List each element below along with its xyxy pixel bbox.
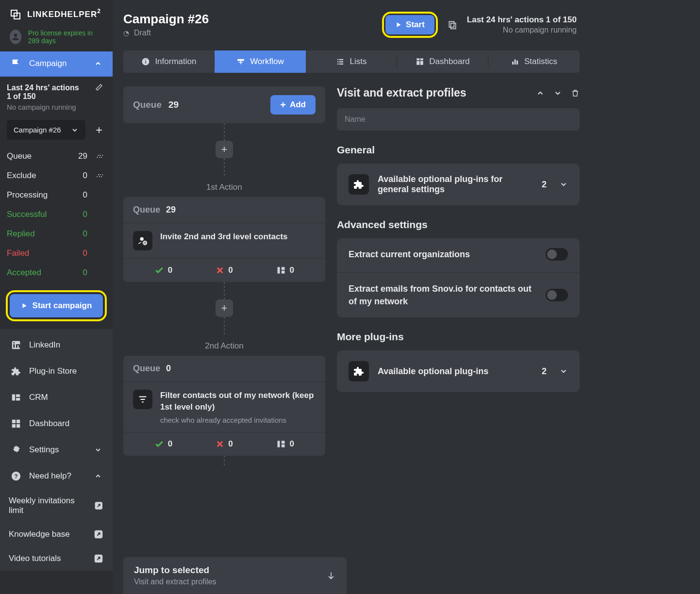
copy-icon[interactable] [448,20,457,30]
name-input[interactable] [337,108,580,131]
puzzle-icon [349,361,369,381]
queue-value: 29 [168,99,179,110]
nav-crm[interactable]: CRM [0,384,113,411]
nav-help[interactable]: ?Need help? [0,463,113,489]
chevron-up-icon[interactable] [536,89,545,98]
svg-rect-24 [238,60,244,61]
action1-queue-label: Queue [133,205,160,215]
main-header: Campaign #26 ◔ Draft Start Last 24 hrs' … [113,0,590,42]
svg-rect-27 [337,61,338,62]
chevron-down-icon[interactable] [553,89,562,98]
plugin-general[interactable]: Available optional plug-ins for general … [337,164,580,205]
secondary-nav: LinkedInPlug-in StoreCRMDashboardSetting… [0,329,113,571]
action1-failed: 0 [194,265,254,275]
tab-label: Statistics [524,57,557,66]
nav-linkedin[interactable]: LinkedIn [0,332,113,358]
avatar-icon[interactable] [10,30,21,44]
external-link-icon [93,553,104,564]
svg-rect-6 [12,395,15,401]
add-campaign-button[interactable]: + [92,123,106,137]
svg-rect-19 [449,21,454,27]
jump-card[interactable]: Jump to selected Visit and extract profi… [123,557,347,594]
advanced-toggles: Extract current organizations Extract em… [337,238,580,317]
add-step-button-2[interactable]: + [216,299,233,317]
stat-value: 0 [74,190,87,200]
action1-success: 0 [133,265,194,275]
plugin-more-count: 2 [542,366,547,377]
tab-icon [511,57,519,66]
brand-icon [10,9,21,20]
person-plus-icon [133,231,152,250]
nav-puzzle[interactable]: Plug-in Store [0,358,113,384]
stat-row[interactable]: Accepted0 [0,263,113,282]
external-link-icon [93,529,104,540]
action2-success: 0 [133,439,194,449]
details-title: Visit and extract profiles [337,86,467,99]
help-item[interactable]: Knowledge base [0,522,113,546]
svg-rect-37 [517,61,518,65]
plugin-general-count: 2 [542,180,547,190]
action2-card[interactable]: Queue 0 Filter contacts out of my networ… [123,356,325,456]
tab-label: Workflow [250,57,284,66]
help-label: Video tutorials [9,554,61,563]
plugin-more[interactable]: Available optional plug-ins 2 [337,350,580,392]
svg-rect-23 [146,60,147,61]
stat-row[interactable]: Processing0 [0,185,113,205]
chevron-up-icon [94,472,102,480]
help-item[interactable]: Weekly invitations limit [0,489,113,522]
start-campaign-button[interactable]: Start campaign [10,294,103,317]
license-text: Pro license expires in 289 days [28,29,103,45]
nav-dashboard[interactable]: Dashboard [0,411,113,437]
sidebar: LINKEDHELPER2 Pro license expires in 289… [0,0,113,594]
crm-icon [11,392,21,403]
tab-workflow[interactable]: Workflow [215,50,306,73]
action2-title: Filter contacts out of my network (keep … [160,390,316,413]
edit-icon[interactable] [95,83,103,91]
trash-icon[interactable] [571,89,580,98]
stat-row[interactable]: Exclude0∴∵ [0,166,113,185]
stat-value: 0 [74,229,87,239]
toggle-snov-switch[interactable] [546,289,568,301]
campaign-select[interactable]: Campaign #26 [7,120,85,140]
add-button[interactable]: + Add [270,95,316,115]
stat-label: Successful [7,210,74,219]
toggle-extract-orgs-switch[interactable] [546,248,568,261]
svg-rect-10 [17,420,20,423]
svg-rect-30 [339,64,343,65]
tab-lists[interactable]: Lists [306,50,397,73]
nav-campaign[interactable]: Campaign [0,51,113,77]
action1-card[interactable]: Queue 29 Invite 2nd and 3rd level contac… [123,197,325,282]
svg-rect-45 [281,444,284,447]
start-button[interactable]: Start [385,15,434,34]
svg-rect-32 [420,58,423,60]
help-item[interactable]: Video tutorials [0,546,113,571]
details-header: Visit and extract profiles [337,86,580,99]
stat-row[interactable]: Successful0 [0,205,113,224]
campaign-select-label: Campaign #26 [14,126,61,134]
svg-rect-35 [512,62,514,65]
tab-dashboard[interactable]: Dashboard [397,50,488,73]
svg-rect-25 [337,59,338,60]
jump-sub: Visit and extract profiles [134,578,217,586]
svg-rect-40 [277,267,280,273]
add-step-button[interactable]: + [216,141,233,158]
stat-row[interactable]: Replied0 [0,224,113,244]
dots-icon[interactable]: ∴∵ [93,153,106,160]
action2-queue-label: Queue [133,363,160,374]
stat-row[interactable]: Failed0 [0,244,113,263]
tab-information[interactable]: Information [123,50,215,73]
svg-rect-7 [16,395,20,397]
stat-value: 0 [74,171,87,181]
nav-gear[interactable]: Settings [0,437,113,463]
nav-label: Need help? [29,471,71,481]
help-icon: ? [11,471,21,481]
queue-card[interactable]: Queue 29 + Add [123,86,325,123]
start-campaign-label: Start campaign [33,301,92,311]
tab-statistics[interactable]: Statistics [488,50,580,73]
chevron-up-icon [94,60,102,67]
toggle-extract-orgs: Extract current organizations [337,238,580,273]
stat-row[interactable]: Queue29∴∵ [0,147,113,166]
start-campaign-wrap: Start campaign [0,282,113,329]
dots-icon[interactable]: ∴∵ [93,172,106,179]
tab-icon [141,57,150,66]
